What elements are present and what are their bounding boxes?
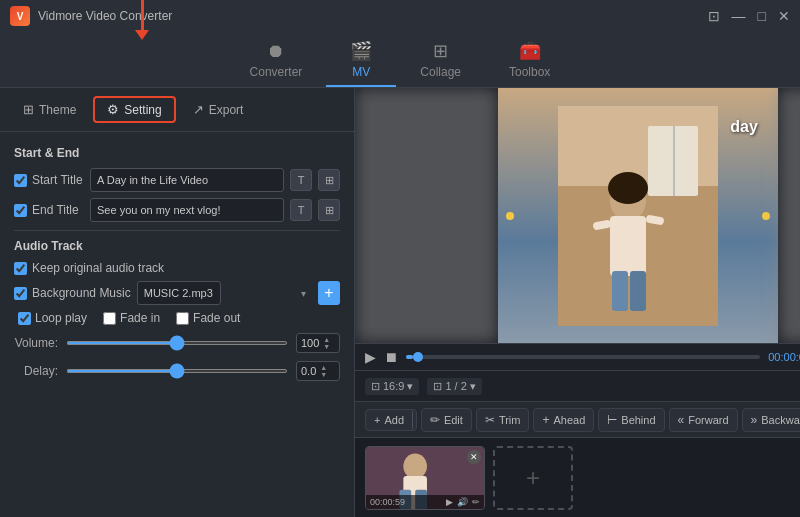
keep-original-label[interactable]: Keep original audio track: [14, 261, 164, 275]
end-title-grid-btn[interactable]: ⊞: [318, 199, 340, 221]
video-preview: day: [355, 88, 800, 343]
ratio-chevron: ▾: [407, 380, 413, 393]
svg-rect-3: [673, 126, 675, 196]
nav-converter[interactable]: ⏺ Converter: [226, 35, 327, 87]
start-title-grid-btn[interactable]: ⊞: [318, 169, 340, 191]
right-panel: day ▶ ⏹ 00:00:00.00/00:00:59.18: [355, 88, 800, 517]
keep-original-text: Keep original audio track: [32, 261, 164, 275]
page-btn[interactable]: ⊡ 1 / 2 ▾: [427, 378, 481, 395]
keep-original-checkbox[interactable]: [14, 262, 27, 275]
add-label: Add: [384, 414, 404, 426]
sub-tab-theme[interactable]: ⊞ Theme: [10, 97, 89, 122]
play-btn[interactable]: ▶: [365, 349, 376, 365]
backward-btn[interactable]: » Backward: [742, 408, 800, 432]
win-close-btn[interactable]: ✕: [778, 8, 790, 24]
person-silhouette: [558, 106, 718, 326]
volume-label: Volume:: [14, 336, 58, 350]
clip-vol-icon[interactable]: 🔊: [457, 497, 468, 507]
end-title-checkbox-label[interactable]: End Title: [14, 203, 84, 217]
start-title-checkbox[interactable]: [14, 174, 27, 187]
nav-mv[interactable]: 🎬 MV: [326, 34, 396, 87]
end-title-label: End Title: [32, 203, 79, 217]
content-area: ⊞ Theme ⚙ Setting ↗ Export Start & End S…: [0, 88, 800, 517]
fade-in-text: Fade in: [120, 311, 160, 325]
volume-down-btn[interactable]: ▼: [323, 343, 330, 350]
preview-main-video: day: [498, 88, 778, 343]
add-btn-arrow[interactable]: ▾: [412, 411, 417, 429]
add-btn-main[interactable]: + Add: [366, 410, 412, 430]
bg-music-row: Background Music MUSIC 2.mp3 +: [14, 281, 340, 305]
start-title-font-btn[interactable]: T: [290, 169, 312, 191]
timeline-area: ✕ 00:00:59 ▶ 🔊 ✏ +: [355, 437, 800, 517]
volume-spin-btns[interactable]: ▲ ▼: [323, 336, 330, 350]
loop-play-label[interactable]: Loop play: [18, 311, 87, 325]
bg-music-checkbox-label[interactable]: Background Music: [14, 286, 131, 300]
fade-out-checkbox[interactable]: [176, 312, 189, 325]
volume-slider[interactable]: [66, 341, 288, 345]
delay-down-btn[interactable]: ▼: [320, 371, 327, 378]
clip-edit-icon[interactable]: ✏: [472, 497, 480, 507]
delay-up-btn[interactable]: ▲: [320, 364, 327, 371]
start-title-input[interactable]: [90, 168, 284, 192]
add-music-btn[interactable]: +: [318, 281, 340, 305]
nav-toolbox[interactable]: 🧰 Toolbox: [485, 34, 574, 87]
page-value: 1 / 2: [445, 380, 466, 392]
progress-bar[interactable]: [406, 355, 760, 359]
left-panel: ⊞ Theme ⚙ Setting ↗ Export Start & End S…: [0, 88, 355, 517]
add-btn[interactable]: + Add ▾: [365, 409, 417, 431]
forward-label: Forward: [688, 414, 728, 426]
sub-tab-export[interactable]: ↗ Export: [180, 97, 257, 122]
trim-icon: ✂: [485, 413, 495, 427]
volume-up-btn[interactable]: ▲: [323, 336, 330, 343]
mv-icon: 🎬: [350, 40, 372, 62]
sub-tab-export-label: Export: [209, 103, 244, 117]
bg-music-checkbox[interactable]: [14, 287, 27, 300]
progress-dot: [413, 352, 423, 362]
win-minimize-btn[interactable]: ⊡: [708, 8, 720, 24]
behind-btn[interactable]: ⊢ Behind: [598, 408, 664, 432]
end-title-font-btn[interactable]: T: [290, 199, 312, 221]
start-title-checkbox-label[interactable]: Start Title: [14, 173, 84, 187]
nav-collage[interactable]: ⊞ Collage: [396, 34, 485, 87]
clip-close-btn[interactable]: ✕: [467, 450, 481, 464]
win-maximize-btn[interactable]: □: [758, 8, 766, 24]
svg-point-13: [403, 453, 427, 479]
timeline-clip: ✕ 00:00:59 ▶ 🔊 ✏: [365, 446, 485, 510]
export-icon: ↗: [193, 102, 204, 117]
playback-options-row: Loop play Fade in Fade out: [14, 311, 340, 325]
preview-side-right: [778, 88, 800, 343]
video-controls: ▶ ⏹ 00:00:00.00/00:00:59.18 🔊: [355, 343, 800, 370]
ahead-btn[interactable]: + Ahead: [533, 408, 594, 432]
ratio-value: 16:9: [383, 380, 404, 392]
music-select[interactable]: MUSIC 2.mp3: [137, 281, 221, 305]
clip-play-icon[interactable]: ▶: [446, 497, 453, 507]
nav-mv-label: MV: [352, 65, 370, 79]
sub-tabs: ⊞ Theme ⚙ Setting ↗ Export: [0, 88, 354, 132]
title-bar-right: ⊡ — □ ✕: [708, 8, 790, 24]
fade-in-checkbox[interactable]: [103, 312, 116, 325]
add-clip-btn[interactable]: +: [493, 446, 573, 510]
trim-btn[interactable]: ✂ Trim: [476, 408, 530, 432]
end-title-checkbox[interactable]: [14, 204, 27, 217]
delay-label: Delay:: [14, 364, 58, 378]
trim-label: Trim: [499, 414, 521, 426]
loop-play-checkbox[interactable]: [18, 312, 31, 325]
controls-row2: ⊡ 16:9 ▾ ⊡ 1 / 2 ▾ Export: [355, 370, 800, 401]
svg-rect-5: [610, 216, 646, 276]
delay-slider[interactable]: [66, 369, 288, 373]
volume-row: Volume: 100 ▲ ▼: [14, 333, 340, 353]
delay-spin-btns[interactable]: ▲ ▼: [320, 364, 327, 378]
sub-tab-theme-label: Theme: [39, 103, 76, 117]
volume-value: 100: [301, 337, 319, 349]
forward-icon: «: [678, 413, 685, 427]
ratio-btn[interactable]: ⊡ 16:9 ▾: [365, 378, 419, 395]
converter-icon: ⏺: [267, 41, 285, 62]
fade-in-label[interactable]: Fade in: [103, 311, 160, 325]
win-minus-btn[interactable]: —: [732, 8, 746, 24]
end-title-input[interactable]: [90, 198, 284, 222]
fade-out-label[interactable]: Fade out: [176, 311, 240, 325]
edit-btn[interactable]: ✏ Edit: [421, 408, 472, 432]
sub-tab-setting[interactable]: ⚙ Setting: [93, 96, 175, 123]
stop-btn[interactable]: ⏹: [384, 349, 398, 365]
forward-btn[interactable]: « Forward: [669, 408, 738, 432]
